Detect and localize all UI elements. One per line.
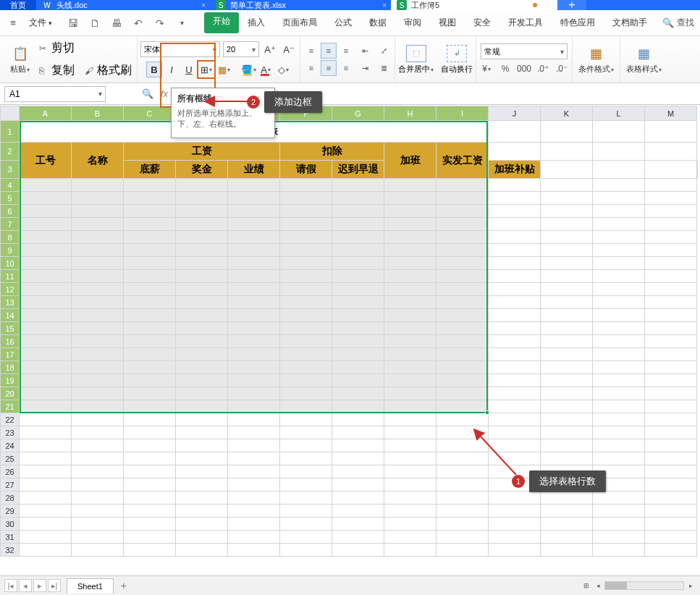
cell[interactable] (124, 387, 176, 400)
cell[interactable] (489, 505, 541, 518)
cell[interactable] (437, 205, 489, 218)
cell[interactable] (124, 374, 176, 387)
cell[interactable] (384, 518, 437, 531)
fill-color-button[interactable]: 🪣 (240, 62, 256, 77)
cell[interactable] (280, 283, 332, 296)
cell[interactable] (72, 413, 124, 426)
col-header[interactable]: A (20, 106, 72, 121)
cell[interactable] (72, 244, 124, 257)
cell[interactable] (541, 296, 593, 309)
cell[interactable] (72, 218, 124, 231)
paste-button[interactable]: 📋 粘贴 (7, 43, 33, 76)
cell[interactable] (20, 179, 72, 192)
cell[interactable] (541, 361, 593, 374)
cell[interactable] (280, 531, 332, 544)
col-header[interactable]: K (541, 106, 593, 121)
cell[interactable] (593, 531, 645, 544)
cell[interactable] (384, 205, 437, 218)
cell[interactable] (645, 452, 697, 465)
header-cell[interactable]: 扣除 (280, 143, 384, 161)
cell[interactable] (332, 465, 384, 478)
cell[interactable] (280, 478, 332, 491)
cell[interactable] (489, 218, 541, 231)
cell[interactable] (280, 387, 332, 400)
undo-icon[interactable]: ↶ (132, 17, 145, 30)
cell[interactable] (72, 257, 124, 270)
cell[interactable] (72, 335, 124, 348)
cell[interactable] (280, 505, 332, 518)
cell[interactable] (645, 192, 697, 205)
cell[interactable] (384, 296, 437, 309)
cell[interactable] (541, 143, 593, 161)
cell[interactable] (176, 192, 228, 205)
cell[interactable] (541, 257, 593, 270)
cell[interactable] (124, 478, 176, 491)
cell[interactable] (332, 231, 384, 244)
cell[interactable] (332, 205, 384, 218)
cell[interactable] (280, 244, 332, 257)
decrease-decimal-button[interactable]: .0⁻ (554, 62, 569, 75)
cell[interactable] (280, 361, 332, 374)
cell[interactable] (124, 544, 176, 557)
cell[interactable] (645, 426, 697, 439)
trace-icon[interactable]: 🔍 (142, 88, 153, 99)
cell[interactable] (645, 231, 697, 244)
align-top-left[interactable]: ≡ (303, 43, 319, 59)
cell[interactable] (124, 348, 176, 361)
cell[interactable] (489, 309, 541, 322)
ribbon-tab-security[interactable]: 安全 (465, 12, 499, 33)
row-header[interactable]: 32 (1, 544, 20, 557)
cell[interactable] (645, 179, 697, 192)
header-cell[interactable]: 奖金 (176, 161, 228, 179)
cell[interactable] (228, 348, 280, 361)
cell[interactable] (72, 505, 124, 518)
cell[interactable] (593, 322, 645, 335)
cell[interactable] (72, 192, 124, 205)
align-bottom-center[interactable]: ≡ (321, 60, 337, 76)
cell[interactable] (332, 348, 384, 361)
col-header[interactable]: L (593, 106, 645, 121)
cell[interactable] (176, 374, 228, 387)
cell[interactable] (20, 478, 72, 491)
cell[interactable] (384, 231, 437, 244)
cell[interactable] (489, 179, 541, 192)
cell[interactable] (176, 491, 228, 505)
cell[interactable] (228, 205, 280, 218)
cell[interactable] (593, 283, 645, 296)
cell[interactable] (541, 244, 593, 257)
cell[interactable] (697, 161, 698, 179)
cell[interactable] (437, 283, 489, 296)
cell[interactable] (72, 544, 124, 557)
cell[interactable] (228, 361, 280, 374)
cell[interactable] (437, 505, 489, 518)
cell[interactable] (541, 387, 593, 400)
cell[interactable] (489, 518, 541, 531)
cell[interactable] (228, 531, 280, 544)
cell[interactable] (384, 426, 437, 439)
cell[interactable] (20, 205, 72, 218)
cell[interactable] (437, 231, 489, 244)
conditional-format-button[interactable]: ▦ 条件格式 (575, 43, 617, 76)
cell[interactable] (332, 244, 384, 257)
cell[interactable] (124, 283, 176, 296)
row-header[interactable]: 17 (1, 348, 20, 361)
cell[interactable] (332, 491, 384, 505)
cell[interactable] (541, 491, 593, 505)
cell[interactable] (593, 439, 645, 452)
cell[interactable] (645, 244, 697, 257)
justify-button[interactable]: ≣ (376, 60, 392, 76)
cell[interactable] (176, 361, 228, 374)
cell[interactable] (384, 309, 437, 322)
cell[interactable] (280, 348, 332, 361)
cell[interactable] (20, 348, 72, 361)
cell[interactable] (645, 413, 697, 426)
cell[interactable] (437, 374, 489, 387)
cell[interactable] (280, 179, 332, 192)
cell[interactable] (20, 296, 72, 309)
cell[interactable] (541, 413, 593, 426)
cell[interactable] (593, 361, 645, 374)
cell[interactable] (645, 439, 697, 452)
cell[interactable] (593, 244, 645, 257)
cell[interactable] (124, 322, 176, 335)
cell[interactable] (176, 205, 228, 218)
